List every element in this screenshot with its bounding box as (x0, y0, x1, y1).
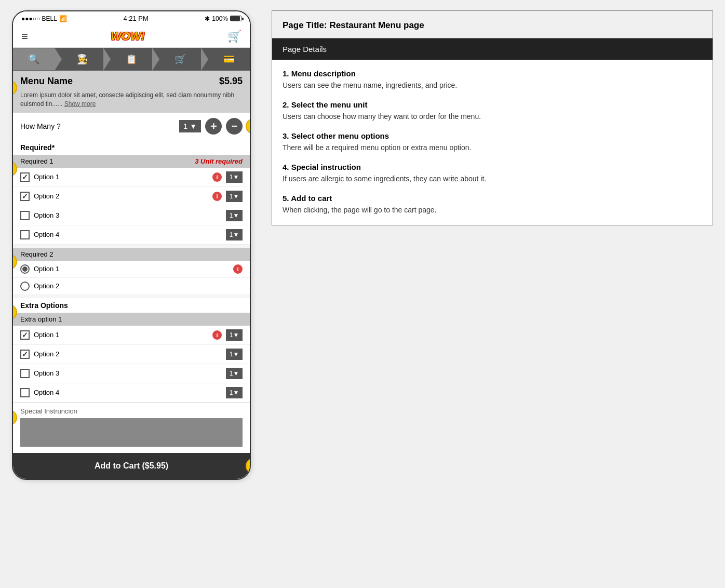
required1-option3-stepper[interactable]: 1▼ (226, 210, 243, 221)
extra1-option3-checkbox[interactable] (20, 369, 30, 378)
quantity-minus-button[interactable]: － (226, 118, 243, 135)
extra-section-label-row: Extra Options (13, 298, 250, 313)
menu-name: Menu Name (20, 76, 73, 87)
detail-item-4: 4. Special instruction If users are alle… (283, 163, 702, 184)
detail-1-desc: Users can see the menu name, ingredients… (283, 80, 702, 91)
extra1-option2-stepper[interactable]: 1▼ (226, 349, 243, 360)
detail-item-5: 5. Add to cart When clicking, the page w… (283, 194, 702, 216)
required2-option1-radio[interactable] (20, 264, 30, 274)
extra1-option3-row: Option 3 1▼ (13, 364, 250, 383)
page-details-body: 1. Menu description Users can see the me… (272, 60, 713, 225)
special-instruction-section: Special Instruncion (13, 403, 250, 453)
extra1-option2-checkbox[interactable]: ✓ (20, 350, 30, 359)
tab-chef[interactable]: 👨‍🍳 (62, 48, 103, 70)
required1-option1-stepper[interactable]: 1▼ (226, 171, 243, 183)
menu-header-wrapper: 1 Menu Name $5.95 Lorem ipsum dolor sit … (13, 71, 250, 113)
add-to-cart-wrapper: 5 Add to Cart ($5.95) (13, 453, 250, 479)
required1-option1-checkbox[interactable]: ✓ (20, 172, 30, 182)
detail-item-1: 1. Menu description Users can see the me… (283, 69, 702, 91)
required-group-2-header: Required 2 (13, 248, 250, 261)
tab-arrow-1 (55, 48, 62, 71)
required1-option3-row: Option 3 1▼ (13, 206, 250, 225)
required1-option1-row: ✓ Option 1 i 1▼ (13, 168, 250, 187)
required2-option1-info[interactable]: i (233, 264, 243, 274)
required2-option2-radio[interactable] (20, 282, 30, 291)
battery-text: 100% (212, 15, 228, 22)
extra1-option2-name: Option 2 (34, 350, 222, 358)
special-instruction-label: Special Instruncion (20, 407, 243, 415)
detail-4-desc: If users are allergic to some ingredient… (283, 173, 702, 184)
required1-option4-stepper[interactable]: 1▼ (226, 229, 243, 240)
tab-arrow-2 (103, 48, 111, 71)
extra-section-label: Extra Options (20, 301, 68, 310)
cart-icon[interactable]: 🛒 (227, 30, 241, 43)
quantity-dropdown[interactable]: 1 ▼ (179, 120, 201, 132)
quantity-wrapper: How Many ? 1 ▼ ＋ － 2 (13, 113, 250, 140)
hamburger-menu-button[interactable]: ≡ (21, 30, 28, 43)
required-section-label-row: Required* (13, 140, 250, 155)
required-group-1-wrapper: 3 Required 1 3 Unit required ✓ Option 1 … (13, 155, 250, 245)
tab-menu[interactable]: 📋 (111, 48, 152, 70)
detail-5-title: 5. Add to cart (283, 194, 702, 203)
battery-icon (230, 16, 241, 21)
phone-frame: ●●●○○ BELL 📶 4:21 PM ✱ 100% ≡ WOW! 🛒 🔍 👨… (12, 10, 251, 480)
special-instruction-textarea[interactable] (20, 418, 243, 447)
page-wrapper: ●●●○○ BELL 📶 4:21 PM ✱ 100% ≡ WOW! 🛒 🔍 👨… (12, 10, 713, 480)
extra1-option1-name: Option 1 (34, 331, 208, 339)
required-group-1-badge: 3 Unit required (195, 157, 243, 165)
nav-bar: ≡ WOW! 🛒 (13, 25, 250, 48)
carrier-text: ●●●○○ BELL (21, 15, 57, 22)
required1-option4-row: Option 4 1▼ (13, 225, 250, 245)
special-instruction-wrapper: 4 Special Instruncion (13, 403, 250, 453)
required1-option3-checkbox[interactable] (20, 211, 30, 220)
required1-option2-checkbox[interactable]: ✓ (20, 192, 30, 201)
required-label: Required* (20, 143, 55, 152)
bluetooth-icon: ✱ (205, 15, 210, 22)
extra1-option4-checkbox[interactable] (20, 388, 30, 397)
required1-option1-name: Option 1 (34, 173, 208, 181)
extra-group-1-header: Extra option 1 (13, 313, 250, 326)
page-title: Page Title: Restaurant Menu page (283, 20, 424, 30)
status-bar-right: ✱ 100% (205, 15, 241, 22)
tab-arrow-3 (152, 48, 159, 71)
required1-option2-stepper[interactable]: 1▼ (226, 191, 243, 202)
extra-options-wrapper: 3 Extra Options Extra option 1 ✓ Option … (13, 298, 250, 403)
menu-price: $5.95 (219, 76, 243, 87)
add-to-cart-button[interactable]: Add to Cart ($5.95) (13, 453, 250, 479)
tab-bar: 🔍 👨‍🍳 📋 🛒 💳 (13, 48, 250, 71)
required1-option4-name: Option 4 (34, 231, 222, 238)
required1-option2-info[interactable]: i (212, 192, 222, 201)
tab-payment[interactable]: 💳 (208, 48, 250, 70)
extra1-option3-stepper[interactable]: 1▼ (226, 368, 243, 379)
menu-content: 1 Menu Name $5.95 Lorem ipsum dolor sit … (13, 71, 250, 479)
menu-header: Menu Name $5.95 (13, 71, 250, 91)
detail-item-2: 2. Select the menu unit Users can choose… (283, 100, 702, 122)
required1-option2-name: Option 2 (34, 192, 208, 200)
detail-3-desc: There will be a required menu option or … (283, 142, 702, 153)
required-group-2-wrapper: 3 Required 2 Option 1 i Option 2 (13, 248, 250, 295)
extra1-option1-stepper[interactable]: 1▼ (226, 329, 243, 341)
show-more-link[interactable]: Show more (64, 100, 96, 108)
required2-option1-row: Option 1 i (13, 261, 250, 278)
status-bar: ●●●○○ BELL 📶 4:21 PM ✱ 100% (13, 11, 250, 25)
status-bar-left: ●●●○○ BELL 📶 (21, 15, 67, 22)
extra1-option4-row: Option 4 1▼ (13, 383, 250, 403)
extra1-option1-info[interactable]: i (212, 330, 222, 340)
required2-option1-name: Option 1 (34, 265, 229, 273)
extra1-option1-row: ✓ Option 1 i 1▼ (13, 326, 250, 345)
required1-option2-row: ✓ Option 2 i 1▼ (13, 187, 250, 206)
extra1-option4-name: Option 4 (34, 389, 222, 396)
required1-option1-info[interactable]: i (212, 172, 222, 182)
extra-group-1-name: Extra option 1 (20, 315, 62, 323)
quantity-plus-button[interactable]: ＋ (205, 118, 222, 135)
required1-option3-name: Option 3 (34, 211, 222, 219)
page-details-header: Page Details (272, 38, 713, 60)
required1-option4-checkbox[interactable] (20, 230, 30, 239)
tab-search[interactable]: 🔍 (13, 48, 55, 70)
tab-cart[interactable]: 🛒 (159, 48, 201, 70)
extra1-option4-stepper[interactable]: 1▼ (226, 387, 243, 398)
right-panel: Page Title: Restaurant Menu page Page De… (272, 10, 713, 225)
extra1-option3-name: Option 3 (34, 369, 222, 377)
extra1-option1-checkbox[interactable]: ✓ (20, 330, 30, 340)
required-group-2-name: Required 2 (20, 250, 53, 258)
